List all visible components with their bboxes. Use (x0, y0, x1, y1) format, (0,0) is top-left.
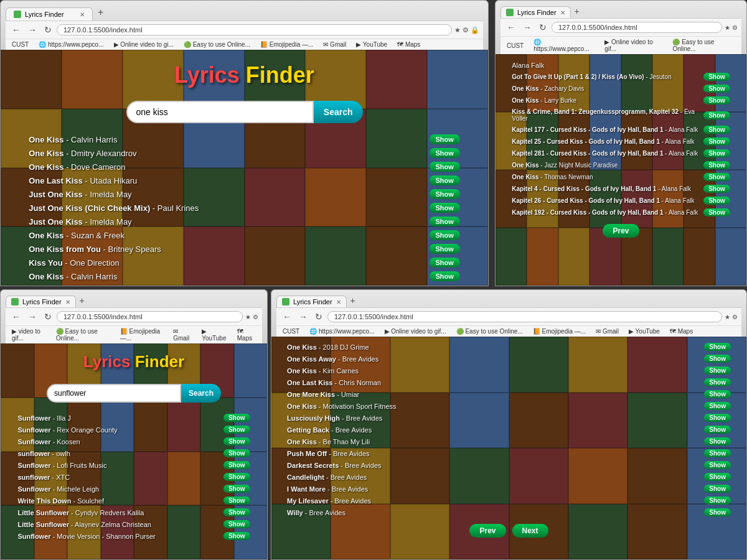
show-btn[interactable]: Show (223, 532, 250, 540)
show-btn[interactable]: Show (704, 366, 731, 375)
bookmark-easy-2[interactable]: 🟢 Easy to use Online... (670, 38, 738, 53)
show-btn[interactable]: Show (430, 217, 460, 226)
search-button-3[interactable]: Search (181, 384, 221, 403)
reload-btn-1[interactable]: ↻ (42, 24, 54, 36)
bookmark-cust-2[interactable]: CUST (504, 38, 526, 53)
show-btn[interactable]: Show (223, 437, 250, 446)
show-btn[interactable]: Show (430, 271, 460, 281)
bookmark-gmail-4[interactable]: ✉ Gmail (593, 327, 621, 335)
bookmark-youtube-4[interactable]: ▶ YouTube (626, 327, 662, 335)
show-btn[interactable]: Show (223, 426, 250, 434)
browser-tab-2[interactable]: Lyrics Finder ✕ (500, 6, 571, 18)
show-btn[interactable]: Show (704, 378, 731, 386)
bookmark-pepco[interactable]: 🌐 https://www.pepco... (36, 40, 106, 49)
bookmark-youtube-3[interactable]: ▶ YouTube (199, 327, 230, 342)
show-btn[interactable]: Show (704, 414, 731, 422)
forward-btn-1[interactable]: → (26, 24, 39, 36)
show-btn[interactable]: Show (704, 390, 731, 398)
show-btn[interactable]: Show (704, 508, 731, 516)
show-btn[interactable]: Show (703, 149, 730, 157)
address-bar-2[interactable] (552, 22, 722, 33)
forward-btn-3[interactable]: → (26, 310, 39, 323)
reload-btn-3[interactable]: ↻ (42, 310, 54, 323)
show-btn[interactable]: Show (704, 497, 731, 505)
show-btn[interactable]: Show (703, 208, 730, 217)
tab-close-1[interactable]: ✕ (80, 11, 85, 18)
back-btn-4[interactable]: ← (280, 310, 294, 323)
show-btn[interactable]: Show (703, 185, 730, 193)
search-button-1[interactable]: Search (314, 101, 363, 123)
show-btn[interactable]: Show (704, 426, 731, 434)
bookmark-online-4[interactable]: ▶ Online video to gif... (382, 327, 449, 335)
show-btn[interactable]: Show (703, 161, 730, 169)
show-btn[interactable]: Show (223, 497, 250, 505)
reload-btn-2[interactable]: ↻ (537, 21, 549, 34)
show-btn[interactable]: Show (703, 138, 730, 146)
forward-btn-4[interactable]: → (296, 310, 310, 323)
show-btn[interactable]: Show (430, 134, 460, 144)
tab-close-4[interactable]: ✕ (336, 299, 341, 306)
reload-btn-4[interactable]: ↻ (312, 310, 325, 323)
show-btn[interactable]: Show (704, 355, 731, 363)
show-btn[interactable]: Show (703, 173, 730, 181)
tab-close-3[interactable]: ✕ (65, 299, 70, 306)
back-btn-1[interactable]: ← (9, 24, 23, 36)
bookmark-easy-3[interactable]: 🟢 Easy to use Online... (54, 327, 113, 342)
show-btn[interactable]: Show (704, 449, 731, 457)
bookmark-easy-4[interactable]: 🟢 Easy to use Online... (454, 327, 525, 335)
bookmark-easy-use[interactable]: 🟢 Easy to use Online... (181, 40, 253, 49)
bookmark-video-3[interactable]: ▶ video to gif... (9, 327, 49, 342)
show-btn[interactable]: Show (703, 197, 730, 205)
back-btn-2[interactable]: ← (504, 21, 518, 34)
show-btn[interactable]: Show (703, 73, 730, 81)
bookmark-gmail-3[interactable]: ✉ Gmail (171, 327, 194, 342)
show-btn[interactable]: Show (430, 162, 460, 172)
tab-close-2[interactable]: ✕ (560, 9, 565, 16)
address-bar-1[interactable] (57, 24, 452, 35)
browser-tab-3[interactable]: Lyrics Finder ✕ (6, 296, 76, 307)
browser-tab-1[interactable]: Lyrics Finder ✕ (6, 7, 93, 21)
show-btn[interactable]: Show (703, 85, 730, 93)
address-bar-3[interactable] (57, 311, 243, 322)
new-tab-btn-2[interactable]: + (571, 4, 583, 18)
search-input-3[interactable] (47, 384, 181, 403)
bookmark-gmail[interactable]: ✉ Gmail (321, 40, 349, 49)
prev-btn-4[interactable]: Prev (469, 524, 505, 538)
bookmark-cust-4[interactable]: CUST (280, 327, 302, 335)
show-btn[interactable]: Show (704, 437, 731, 446)
search-input-1[interactable] (126, 101, 314, 123)
new-tab-btn-3[interactable]: + (76, 294, 88, 307)
prev-btn-2[interactable]: Prev (603, 224, 639, 238)
back-btn-3[interactable]: ← (9, 310, 23, 323)
bookmark-maps-3[interactable]: 🗺 Maps (235, 327, 258, 342)
show-btn[interactable]: Show (223, 414, 250, 422)
new-tab-btn-4[interactable]: + (347, 294, 359, 307)
bookmark-emoji-3[interactable]: 📙 Emojipedia —... (118, 327, 166, 342)
show-btn[interactable]: Show (223, 485, 250, 493)
bookmark-emoji[interactable]: 📙 Emojipedia —... (258, 40, 316, 49)
show-btn[interactable]: Show (223, 449, 250, 457)
show-btn[interactable]: Show (703, 111, 730, 119)
next-btn-4[interactable]: Next (512, 524, 548, 538)
bookmark-pepco-2[interactable]: 🌐 https://www.pepco... (531, 38, 597, 53)
bookmark-cust[interactable]: CUST (9, 40, 31, 49)
show-btn[interactable]: Show (430, 244, 460, 254)
bookmark-pepco-4[interactable]: 🌐 https://www.pepco... (307, 327, 377, 335)
show-btn[interactable]: Show (430, 148, 460, 158)
show-btn[interactable]: Show (430, 189, 460, 199)
bookmark-maps[interactable]: 🗺 Maps (395, 40, 423, 49)
forward-btn-2[interactable]: → (520, 21, 534, 34)
new-tab-btn-1[interactable]: + (93, 4, 108, 21)
show-btn[interactable]: Show (430, 230, 460, 240)
show-btn[interactable]: Show (430, 175, 460, 185)
bookmark-online-video[interactable]: ▶ Online video to gi... (111, 40, 176, 49)
show-btn[interactable]: Show (703, 126, 730, 134)
show-btn[interactable]: Show (223, 520, 250, 528)
bookmark-emoji-4[interactable]: 📙 Emojipedia —... (530, 327, 588, 335)
show-btn[interactable]: Show (430, 203, 460, 213)
show-btn[interactable]: Show (430, 258, 460, 268)
bookmark-maps-4[interactable]: 🗺 Maps (667, 327, 695, 335)
show-btn[interactable]: Show (704, 343, 731, 351)
show-btn[interactable]: Show (703, 96, 730, 105)
show-btn[interactable]: Show (704, 473, 731, 481)
